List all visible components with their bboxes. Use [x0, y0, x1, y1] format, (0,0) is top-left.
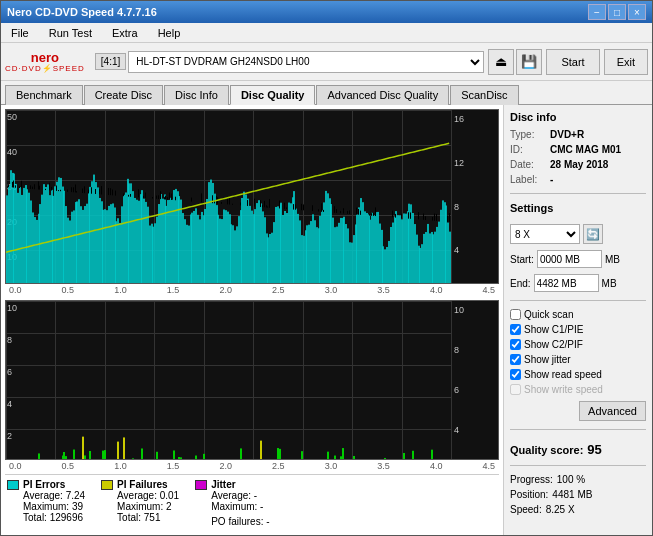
- position-value: 4481 MB: [552, 489, 592, 500]
- disc-date-row: Date: 28 May 2018: [510, 159, 646, 170]
- tab-benchmark[interactable]: Benchmark: [5, 85, 83, 105]
- legend-pi-errors: PI Errors Average: 7.24 Maximum: 39 Tota…: [7, 479, 85, 527]
- end-mb-input[interactable]: [534, 274, 599, 292]
- show-jitter-label: Show jitter: [524, 354, 571, 365]
- show-read-speed-checkbox[interactable]: [510, 369, 521, 380]
- show-read-speed-label: Show read speed: [524, 369, 602, 380]
- quick-scan-checkbox[interactable]: [510, 309, 521, 320]
- maximize-button[interactable]: □: [608, 4, 626, 20]
- show-jitter-row: Show jitter: [510, 354, 646, 365]
- close-button[interactable]: ×: [628, 4, 646, 20]
- divider-3: [510, 429, 646, 430]
- disc-type-label: Type:: [510, 129, 546, 140]
- drive-select-area: [4:1] HL-DT-ST DVDRAM GH24NSD0 LH00: [95, 51, 485, 73]
- eject-icon-button[interactable]: ⏏: [488, 49, 514, 75]
- pi-failures-max-value: 2: [166, 501, 172, 512]
- drive-port-label: [4:1]: [95, 53, 126, 70]
- progress-row: Progress: 100 %: [510, 474, 646, 485]
- tab-create-disc[interactable]: Create Disc: [84, 85, 163, 105]
- disc-info-title: Disc info: [510, 111, 646, 123]
- start-mb-input[interactable]: [537, 250, 602, 268]
- show-c1-label: Show C1/PIE: [524, 324, 583, 335]
- content-area: 0.0 0.5 1.0 1.5 2.0 2.5 3.0 3.5 4.0 4.5 …: [1, 105, 652, 535]
- disc-date-value: 28 May 2018: [550, 159, 608, 170]
- jitter-max-value: -: [260, 501, 263, 512]
- quality-score-row: Quality score: 95: [510, 442, 646, 457]
- disc-id-label: ID:: [510, 144, 546, 155]
- jitter-color-box: [195, 480, 207, 490]
- disc-type-row: Type: DVD+R: [510, 129, 646, 140]
- window-controls: − □ ×: [588, 4, 646, 20]
- pi-errors-avg-label: Average:: [23, 490, 63, 501]
- speed-row-2: Speed: 8.25 X: [510, 504, 646, 515]
- right-panel: Disc info Type: DVD+R ID: CMC MAG M01 Da…: [504, 105, 652, 535]
- progress-label: Progress:: [510, 474, 553, 485]
- progress-value: 100 %: [557, 474, 585, 485]
- nero-logo-text: nero: [31, 51, 59, 64]
- disc-label-label: Label:: [510, 174, 546, 185]
- exit-button[interactable]: Exit: [604, 49, 648, 75]
- position-row: Position: 4481 MB: [510, 489, 646, 500]
- menu-bar: File Run Test Extra Help: [1, 23, 652, 43]
- show-c1-row: Show C1/PIE: [510, 324, 646, 335]
- minimize-button[interactable]: −: [588, 4, 606, 20]
- window-title: Nero CD-DVD Speed 4.7.7.16: [7, 6, 157, 18]
- tab-scandisc[interactable]: ScanDisc: [450, 85, 518, 105]
- top-chart-x-axis: 0.0 0.5 1.0 1.5 2.0 2.5 3.0 3.5 4.0 4.5: [5, 284, 499, 296]
- legend-jitter: Jitter Average: - Maximum: - PO failures…: [195, 479, 269, 527]
- disc-label-value: -: [550, 174, 553, 185]
- menu-file[interactable]: File: [5, 26, 35, 40]
- disc-type-value: DVD+R: [550, 129, 584, 140]
- pi-failures-total-value: 751: [144, 512, 161, 523]
- show-c2-checkbox[interactable]: [510, 339, 521, 350]
- tab-disc-info[interactable]: Disc Info: [164, 85, 229, 105]
- pi-errors-total-label: Total:: [23, 512, 47, 523]
- speed-row: 8 X 🔄: [510, 224, 646, 244]
- nero-logo-sub: CD·DVD⚡SPEED: [5, 64, 85, 73]
- disc-id-row: ID: CMC MAG M01: [510, 144, 646, 155]
- quick-scan-row: Quick scan: [510, 309, 646, 320]
- pi-errors-label: PI Errors: [23, 479, 65, 490]
- menu-help[interactable]: Help: [152, 26, 187, 40]
- drive-dropdown[interactable]: HL-DT-ST DVDRAM GH24NSD0 LH00: [128, 51, 484, 73]
- tab-advanced-disc-quality[interactable]: Advanced Disc Quality: [316, 85, 449, 105]
- save-icon-button[interactable]: 💾: [516, 49, 542, 75]
- start-button[interactable]: Start: [546, 49, 599, 75]
- show-write-speed-checkbox: [510, 384, 521, 395]
- bottom-chart-x-axis: 0.0 0.5 1.0 1.5 2.0 2.5 3.0 3.5 4.0 4.5: [5, 460, 499, 472]
- show-jitter-checkbox[interactable]: [510, 354, 521, 365]
- pi-errors-avg-value: 7.24: [66, 490, 85, 501]
- show-write-speed-label: Show write speed: [524, 384, 603, 395]
- refresh-button[interactable]: 🔄: [583, 224, 603, 244]
- disc-date-label: Date:: [510, 159, 546, 170]
- show-write-speed-row: Show write speed: [510, 384, 646, 395]
- quick-scan-label: Quick scan: [524, 309, 573, 320]
- speed-dropdown[interactable]: 8 X: [510, 224, 580, 244]
- menu-extra[interactable]: Extra: [106, 26, 144, 40]
- top-chart: [5, 109, 499, 284]
- show-read-speed-row: Show read speed: [510, 369, 646, 380]
- show-c1-checkbox[interactable]: [510, 324, 521, 335]
- pi-failures-max-label: Maximum:: [117, 501, 163, 512]
- show-c2-row: Show C2/PIF: [510, 339, 646, 350]
- header-bar: nero CD·DVD⚡SPEED [4:1] HL-DT-ST DVDRAM …: [1, 43, 652, 81]
- legend-pi-failures: PI Failures Average: 0.01 Maximum: 2 Tot…: [101, 479, 179, 527]
- tab-disc-quality[interactable]: Disc Quality: [230, 85, 316, 105]
- pi-errors-max-value: 39: [72, 501, 83, 512]
- start-mb-row: Start: MB: [510, 250, 646, 268]
- speed-label: Speed:: [510, 504, 542, 515]
- end-mb-row: End: MB: [510, 274, 646, 292]
- jitter-avg-value: -: [254, 490, 257, 501]
- menu-run-test[interactable]: Run Test: [43, 26, 98, 40]
- divider-2: [510, 300, 646, 301]
- pi-errors-total-value: 129696: [50, 512, 83, 523]
- title-bar: Nero CD-DVD Speed 4.7.7.16 − □ ×: [1, 1, 652, 23]
- divider-4: [510, 465, 646, 466]
- advanced-button[interactable]: Advanced: [579, 401, 646, 421]
- quality-score-label: Quality score:: [510, 444, 583, 456]
- pi-failures-color-box: [101, 480, 113, 490]
- speed-value: 8.25 X: [546, 504, 575, 515]
- end-mb-unit: MB: [602, 278, 617, 289]
- charts-area: 0.0 0.5 1.0 1.5 2.0 2.5 3.0 3.5 4.0 4.5 …: [1, 105, 504, 535]
- tabs-bar: Benchmark Create Disc Disc Info Disc Qua…: [1, 81, 652, 105]
